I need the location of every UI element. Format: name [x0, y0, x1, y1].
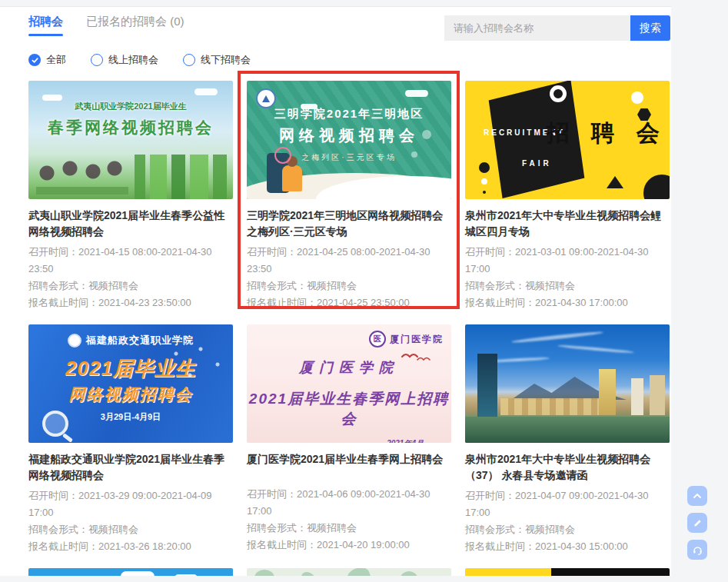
fair-deadline: 报名截止时间：2021-04-25 23:50:00 — [247, 294, 451, 311]
banner-shape — [607, 176, 623, 188]
fair-format: 招聘会形式：视频招聘会 — [465, 278, 670, 294]
fair-format: 招聘会形式：视频招聘会 — [28, 521, 233, 538]
filter-all-label: 全部 — [46, 53, 66, 67]
fair-list-panel: 招聘会 已报名的招聘会 (0) 搜索 全部 线上招聘会 线下招聘会 — [0, 6, 671, 576]
pencil-icon — [693, 518, 703, 528]
magnifier-illustration — [274, 147, 291, 164]
banner-text: FAIR — [522, 159, 552, 168]
fair-card[interactable]: RECRUITMENT FAIR 招 聘 会 泉州市2021年大中专毕业生视频招… — [465, 81, 670, 301]
filter-online[interactable]: 线上招聘会 — [91, 53, 158, 67]
banner-shape — [643, 175, 670, 199]
floating-action-bar — [687, 486, 707, 560]
school-logo — [68, 334, 81, 348]
fair-deadline: 报名截止时间：2021-04-30 17:00:00 — [465, 294, 670, 311]
banner-text: 招 聘 会 — [547, 118, 667, 149]
fair-time: 召开时间：2021-04-07 09:00-2021-04-30 17:00 — [465, 487, 670, 521]
fair-banner-image[interactable] — [28, 568, 233, 576]
fair-title[interactable]: 福建船政交通职业学院2021届毕业生春季网络视频招聘会 — [28, 451, 233, 484]
fair-deadline: 报名截止时间：2021-04-30 15:00:00 — [465, 538, 670, 555]
fair-time: 召开时间：2021-03-29 09:00-2021-04-09 17:00 — [28, 487, 233, 521]
filter-offline[interactable]: 线下招聘会 — [183, 53, 251, 67]
network-dots-illustration — [167, 344, 228, 391]
banner-text: 春季网络视频招聘会 — [28, 117, 233, 138]
person-illustration — [282, 165, 302, 191]
search-box: 搜索 — [444, 15, 670, 41]
banner-text: 厦门医学院 — [390, 333, 444, 346]
tab-job-fairs[interactable]: 招聘会 — [28, 15, 63, 36]
birds-illustration — [401, 351, 431, 361]
feedback-button[interactable] — [687, 513, 707, 533]
radio-unchecked-icon[interactable] — [183, 54, 195, 66]
filter-offline-label: 线下招聘会 — [201, 53, 251, 67]
banner-text: 三明学院2021年三明地区 — [247, 107, 451, 121]
fair-deadline: 报名截止时间：2021-03-26 18:20:00 — [28, 538, 233, 555]
fair-details: 召开时间：2021-04-07 09:00-2021-04-30 17:00 招… — [465, 487, 670, 555]
school-logo: 医 — [369, 331, 386, 348]
fair-title[interactable]: 泉州市2021年大中专毕业生视频招聘会 （37） 永春县专场邀请函 — [465, 451, 670, 484]
fair-banner-image[interactable]: 福建船政交通职业学院 2021届毕业生 网络视频招聘会 3月29日-4月9日 — [28, 324, 233, 443]
fair-time: 召开时间：2021-04-06 09:00-2021-04-30 17:00 — [247, 486, 451, 520]
fair-time: 召开时间：2021-04-25 08:00-2021-04-30 23:50 — [247, 244, 451, 278]
filter-row: 全部 线上招聘会 线下招聘会 — [28, 53, 671, 67]
banner-text: 网络视频招聘会 — [247, 125, 451, 146]
fair-title[interactable]: 三明学院2021年三明地区网络视频招聘会之梅列区·三元区专场 — [247, 208, 451, 240]
fair-deadline: 报名截止时间：2021-04-20 19:00:00 — [247, 537, 451, 554]
banner-shape — [631, 91, 643, 104]
fair-details: 召开时间：2021-03-01 09:00-2021-04-30 17:00 招… — [465, 244, 670, 311]
river-illustration — [465, 417, 670, 443]
header-row: 招聘会 已报名的招聘会 (0) 搜索 — [0, 7, 671, 41]
banner-text: 2021届毕业生春季网上招聘会 — [247, 389, 451, 429]
customer-service-button[interactable] — [687, 540, 707, 560]
fair-details: 召开时间：2021-04-25 08:00-2021-04-30 23:50 招… — [247, 244, 451, 311]
filter-all[interactable]: 全部 — [28, 53, 66, 67]
tab-registered-fairs[interactable]: 已报名的招聘会 (0) — [86, 15, 184, 36]
fair-card[interactable]: 福建船政交通职业学院 2021届毕业生 网络视频招聘会 3月29日-4月9日 福… — [28, 324, 233, 545]
building-illustration — [477, 354, 497, 418]
fair-card[interactable]: 医 厦门医学院 厦门医学院 2021届毕业生春季网上招聘会 2021年4月 厦门… — [247, 324, 451, 545]
fair-title[interactable]: 泉州市2021年大中专毕业生视频招聘会鲤城区四月专场 — [465, 208, 670, 240]
tab-bar: 招聘会 已报名的招聘会 (0) — [28, 15, 184, 36]
fair-format: 招聘会形式：视频招聘会 — [28, 278, 233, 294]
fair-card[interactable]: 武夷山职业学院2021届毕业生 春季网络视频招聘会 武夷山职业学院2021届毕业… — [28, 81, 233, 301]
fair-format: 招聘会形式：视频招聘会 — [247, 278, 451, 294]
skyline-illustration — [135, 155, 227, 199]
fair-time: 召开时间：2021-04-15 08:00-2021-04-30 23:50 — [28, 244, 233, 278]
fair-details: 召开时间：2021-03-29 09:00-2021-04-09 17:00 招… — [28, 487, 233, 555]
school-logo — [256, 88, 276, 108]
fair-banner-image[interactable]: RECRUITMENT FAIR 招 聘 会 — [465, 81, 670, 199]
fair-banner-image[interactable] — [465, 568, 670, 576]
fair-grid: 武夷山职业学院2021届毕业生 春季网络视频招聘会 武夷山职业学院2021届毕业… — [28, 81, 671, 576]
fair-banner-image[interactable]: 医 厦门医学院 厦门医学院 2021届毕业生春季网上招聘会 2021年4月 — [247, 324, 451, 443]
filter-online-label: 线上招聘会 — [108, 53, 158, 67]
fair-banner-image[interactable]: 武夷山职业学院2021届毕业生 春季网络视频招聘会 — [28, 81, 233, 199]
building-illustration — [631, 378, 643, 415]
fair-card[interactable]: 泉州市2021年大中专毕业生视频招聘会 （37） 永春县专场邀请函 召开时间：2… — [465, 324, 670, 545]
back-to-top-button[interactable] — [687, 486, 707, 506]
fair-deadline: 报名截止时间：2021-04-23 23:50:00 — [28, 294, 233, 311]
fair-time: 召开时间：2021-03-01 09:00-2021-04-30 17:00 — [465, 244, 670, 278]
fair-title[interactable]: 厦门医学院2021届毕业生春季网上招聘会 — [247, 451, 451, 467]
fair-details: 召开时间：2021-04-06 09:00-2021-04-30 17:00 招… — [247, 486, 451, 554]
banner-shape — [550, 85, 567, 102]
banner-text: 2021年4月 — [247, 438, 424, 443]
graduates-illustration — [36, 159, 128, 195]
search-input[interactable] — [444, 15, 630, 41]
banner-text: 武夷山职业学院2021届毕业生 — [28, 101, 233, 112]
fair-banner-image[interactable] — [247, 568, 451, 576]
banner-shape — [479, 162, 490, 173]
radio-checked-icon[interactable] — [28, 54, 41, 66]
fair-banner-photo[interactable] — [465, 324, 670, 443]
fair-card-highlighted[interactable]: 三明学院2021年三明地区 网络视频招聘会 之梅列区·三元区专场 三明学院202… — [247, 81, 451, 301]
headset-icon — [692, 544, 703, 556]
search-button[interactable]: 搜索 — [630, 15, 670, 41]
fair-format: 招聘会形式：视频招聘会 — [247, 520, 451, 537]
magnifier-illustration — [42, 411, 68, 437]
fair-banner-image[interactable]: 三明学院2021年三明地区 网络视频招聘会 之梅列区·三元区专场 — [247, 81, 451, 199]
fair-format: 招聘会形式：视频招聘会 — [465, 521, 670, 538]
building-illustration — [599, 369, 616, 415]
radio-unchecked-icon[interactable] — [91, 54, 103, 66]
fair-title[interactable]: 武夷山职业学院2021届毕业生春季公益性网络视频招聘会 — [28, 208, 233, 240]
building-illustration — [650, 375, 665, 415]
chevron-up-icon — [692, 491, 703, 501]
fair-details: 召开时间：2021-04-15 08:00-2021-04-30 23:50 招… — [28, 244, 233, 311]
